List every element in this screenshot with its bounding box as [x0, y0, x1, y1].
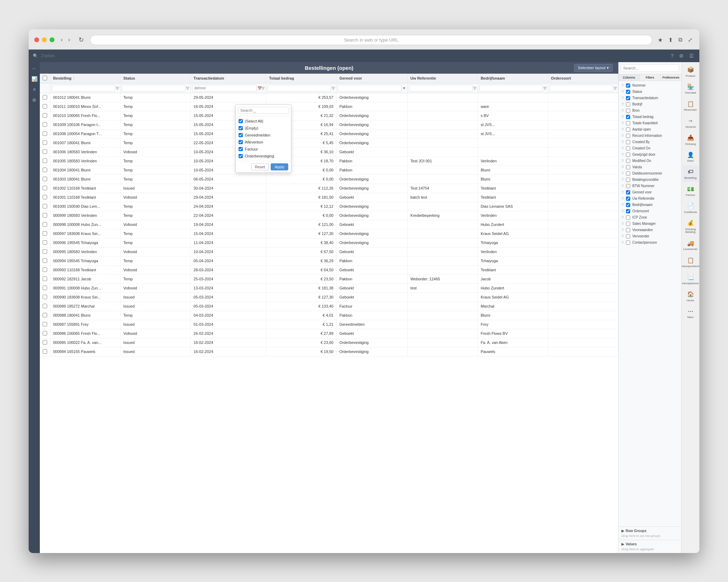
table-row[interactable]: 000988 180041 Blumi Temp 04-03-2024 € 4,… [40, 311, 618, 320]
table-row[interactable]: 000998 100008 Hubo Zun... Voltooid 19-04… [40, 220, 618, 229]
table-row[interactable]: 001006 180583 Verlinden Voltooid 10-05-2… [40, 147, 618, 156]
column-checkbox[interactable] [626, 115, 630, 119]
row-checkbox[interactable] [43, 240, 47, 245]
column-item[interactable]: ⠿ Gereed voor [619, 189, 681, 196]
row-checkbox[interactable] [43, 222, 47, 227]
row-checkbox[interactable] [43, 313, 47, 317]
filter-totaal-icon[interactable]: ▽ [332, 86, 335, 90]
filters-tab[interactable]: Filters [640, 74, 661, 81]
column-item[interactable]: ⠿ Modified On [619, 158, 681, 164]
share-button[interactable]: ⬆ [667, 35, 674, 45]
table-row[interactable]: 000993 110168 Testklant Voltooid 28-03-2… [40, 265, 618, 274]
preferences-tab[interactable]: Preferences [661, 74, 681, 81]
table-row[interactable]: 000990 183608 Kraus Sei... Issued 05-03-… [40, 293, 618, 302]
filter-ordersoort-input[interactable] [549, 85, 613, 91]
close-button[interactable] [34, 37, 39, 42]
column-item[interactable]: ⠿ Voorwaarden [619, 227, 681, 233]
table-row[interactable]: 000989 185272 Marchal Issued 05-03-2024 … [40, 302, 618, 311]
row-checkbox[interactable] [43, 286, 47, 290]
column-checkbox[interactable] [626, 190, 630, 194]
row-checkbox[interactable] [43, 295, 47, 299]
column-item[interactable]: ⠿ Bedrijfsnaam [619, 202, 681, 208]
filter-transactiedatum-input[interactable] [192, 85, 257, 91]
values-expand-icon[interactable]: ▶ [621, 542, 624, 546]
table-row[interactable]: 001007 180041 Blumi Temp 22-05-2024 € 5,… [40, 138, 618, 147]
row-checkbox[interactable] [43, 213, 47, 218]
sidebar-icon-ontvang[interactable]: 📥 Ontvang [683, 132, 699, 148]
back-button[interactable]: ‹ [59, 35, 65, 44]
row-groups-expand-icon[interactable]: ▶ [621, 529, 624, 533]
filter-option-item[interactable]: Factuur [236, 146, 291, 153]
filter-bestelling-icon[interactable]: ▽ [116, 86, 119, 90]
help-button[interactable]: ? [669, 52, 675, 59]
sidebar-icon-bestelling[interactable]: 🏷 Bestelling [683, 165, 699, 182]
sidebar-icon-verzend[interactable]: → Verzend [683, 115, 699, 131]
table-row[interactable]: 001004 180041 Blumi Temp 10-05-2024 € 0,… [40, 165, 618, 175]
table-row[interactable]: 001008 100054 Paragon T... Temp 15-05-20… [40, 129, 618, 138]
column-checkbox[interactable] [626, 121, 630, 125]
filter-option-item[interactable]: (Empty) [236, 125, 291, 132]
columns-tab[interactable]: Columns [619, 74, 640, 81]
sidebar-icon-klant[interactable]: 👤 Klant [683, 148, 699, 165]
filter-option-item[interactable]: Orderbevestiging [236, 153, 291, 160]
table-row[interactable]: 001009 100106 Paragon t... Temp 15-05-20… [40, 120, 618, 129]
row-checkbox[interactable] [43, 249, 47, 254]
column-checkbox[interactable] [626, 109, 630, 113]
row-checkbox[interactable] [43, 231, 47, 236]
table-row[interactable]: 001003 180041 Blumi Temp 06-05-2024 € 0,… [40, 175, 618, 184]
top-search-input[interactable] [41, 53, 76, 58]
column-item[interactable]: ⠿ Sales Manager [619, 221, 681, 227]
table-row[interactable]: 000985 100022 Fa. A. van... Issued 16-02… [40, 338, 618, 347]
column-checkbox[interactable] [626, 146, 630, 150]
forward-button[interactable]: › [66, 35, 72, 44]
row-checkbox[interactable] [43, 304, 47, 308]
column-checkbox[interactable] [626, 203, 630, 207]
settings-button[interactable]: ⚙ [678, 52, 685, 59]
filter-transactiedatum-icon[interactable]: 📅▽ [257, 86, 264, 90]
column-checkbox[interactable] [626, 178, 630, 182]
row-checkbox[interactable] [43, 104, 47, 109]
col-header-bedrijfsnaam[interactable]: Bedrijfsnaam [478, 74, 548, 83]
filter-option-item[interactable]: Afleverbon [236, 139, 291, 146]
column-item[interactable]: ⠿ Aantal open [619, 126, 681, 133]
sidebar-icon-ontvang-betaling[interactable]: 💰 Ontvang Betaling [683, 217, 699, 236]
col-header-bestelling[interactable]: Bestelling ↓ [50, 74, 121, 83]
table-row[interactable]: 000986 100065 Fresh Flo... Voltooid 26-0… [40, 329, 618, 338]
sidebar-icon-inkoopfactuur[interactable]: 📃 Inkoopfactuur [683, 271, 699, 287]
row-checkbox[interactable] [43, 349, 47, 354]
list-button[interactable]: ≡ [29, 84, 39, 94]
column-checkbox[interactable] [626, 197, 630, 201]
column-checkbox[interactable] [626, 234, 630, 238]
column-item[interactable]: ⠿ Bron [619, 108, 681, 114]
minimize-button[interactable] [42, 37, 47, 42]
filter-uw-ref-input[interactable] [409, 85, 473, 91]
filter-uw-ref-icon[interactable]: ▽ [473, 86, 476, 90]
row-checkbox[interactable] [43, 195, 47, 199]
sidebar-icon-creditnota[interactable]: 📄 Creditnota [683, 200, 699, 216]
filter-option-checkbox[interactable] [239, 119, 243, 123]
maximize-button[interactable] [50, 37, 54, 42]
filter-option-item[interactable]: (Select All) [236, 118, 291, 125]
table-row[interactable]: 001012 180041 Blumi Temp 29-05-2024 € 25… [40, 93, 618, 102]
row-checkbox[interactable] [43, 149, 47, 154]
column-item[interactable]: ⠿ Nummer [619, 82, 681, 89]
column-checkbox[interactable] [626, 90, 630, 94]
table-row[interactable]: 000987 155891 Frey Issued 01-03-2024 € 1… [40, 320, 618, 329]
filter-gereed-icon[interactable]: ▼ [402, 86, 406, 90]
table-row[interactable]: 000991 100008 Hubo Zun... Voltooid 13-03… [40, 283, 618, 293]
filter-ordersoort-icon[interactable]: ▽ [614, 86, 617, 90]
select-all-header[interactable] [40, 74, 50, 83]
column-item[interactable]: ⠿ Created By [619, 139, 681, 145]
filter-reset-button[interactable]: Reset [251, 163, 269, 170]
sidebar-icon-home[interactable]: 🏠 Home [683, 288, 699, 304]
column-checkbox[interactable] [626, 127, 630, 132]
col-header-ordersoort[interactable]: Ordersoort [548, 74, 618, 83]
row-checkbox[interactable] [43, 113, 47, 118]
filter-totaal-input[interactable] [268, 85, 331, 91]
column-item[interactable]: ⠿ BTW Nummer [619, 183, 681, 189]
column-checkbox[interactable] [626, 83, 630, 88]
column-item[interactable]: ⠿ Betalingsconditie [619, 177, 681, 183]
column-item[interactable]: ⠿ Debiteurennummer [619, 170, 681, 177]
column-checkbox[interactable] [626, 159, 630, 163]
col-header-transactiedatum[interactable]: Transactiedatum [191, 74, 266, 83]
